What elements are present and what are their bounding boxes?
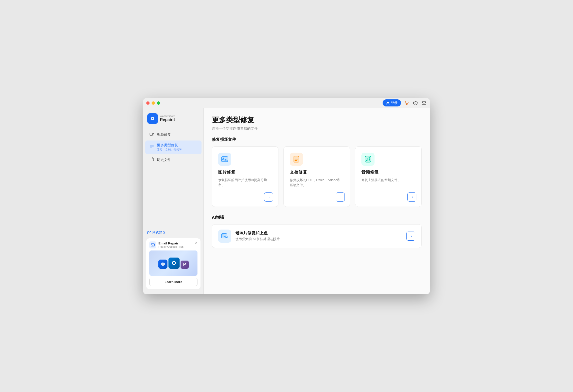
section-repair-title: 修复损坏文件 <box>212 137 422 142</box>
sidebar: Wondershare Repairit 视频修复 <box>143 108 204 294</box>
audio-repair-card-icon <box>361 153 375 166</box>
app-logo-icon <box>147 113 158 124</box>
doc-repair-arrow-button[interactable]: → <box>336 192 345 202</box>
minimize-button[interactable] <box>152 101 155 105</box>
sidebar-item-more-repair[interactable]: 更多类型修复 照片、文档、音频等 <box>145 141 202 154</box>
audio-repair-card[interactable]: 音频修复 修复主流格式的音频文件。 → <box>355 146 422 207</box>
titlebar: 登录 <box>143 98 430 108</box>
image-repair-card[interactable]: 图片修复 修复损坏的图片并使用AI提高分辨率。 → <box>212 146 278 207</box>
svg-point-2 <box>408 104 408 105</box>
svg-point-25 <box>366 160 367 161</box>
mail-icon[interactable] <box>421 100 427 106</box>
svg-point-0 <box>387 102 389 103</box>
svg-point-16 <box>223 157 224 159</box>
old-photo-repair-title: 老照片修复和上色 <box>235 231 402 236</box>
cart-icon[interactable] <box>404 100 410 106</box>
close-button[interactable] <box>146 101 150 105</box>
svg-rect-12 <box>150 158 154 161</box>
main-layout: Wondershare Repairit 视频修复 <box>143 108 430 294</box>
nav-item-text-video: 视频修复 <box>157 132 171 137</box>
format-suggestion-link[interactable]: 格式建议 <box>146 229 200 236</box>
brand-name: Wondershare <box>160 115 175 118</box>
doc-repair-card-icon <box>290 153 303 166</box>
traffic-lights <box>146 101 160 105</box>
page-subtitle: 选择一个功能以修复您的文件 <box>212 126 422 131</box>
nav-item-text-more: 更多类型修复 照片、文档、音频等 <box>157 143 182 152</box>
support-icon[interactable] <box>413 100 418 106</box>
sidebar-bottom: 格式建议 ✕ Email Repair <box>143 227 204 291</box>
old-photo-repair-card[interactable]: AI 老照片修复和上色 使用强大的 AI 算法处理老照片 → <box>212 224 422 248</box>
user-icon <box>386 101 390 105</box>
app-logo-text: Wondershare Repairit <box>160 115 175 122</box>
svg-point-7 <box>152 118 153 119</box>
login-button[interactable]: 登录 <box>383 99 401 106</box>
svg-rect-8 <box>150 133 153 135</box>
ai-section: AI增强 AI 老照片修复和上色 使用 <box>212 215 422 248</box>
svg-point-4 <box>415 104 416 104</box>
doc-repair-card[interactable]: 文档修复 修复损坏的PDF，Office，Adobe和压缩文件。 → <box>283 146 350 207</box>
content-area: 更多类型修复 选择一个功能以修复您的文件 修复损坏文件 <box>204 108 430 294</box>
section-ai-title: AI增强 <box>212 215 422 220</box>
promo-text: Email Repair Repair Outlook Files <box>158 241 184 248</box>
svg-point-26 <box>369 159 370 160</box>
old-photo-repair-icon: AI <box>218 230 231 243</box>
svg-point-1 <box>406 104 407 105</box>
learn-more-button[interactable]: Learn More <box>149 278 197 286</box>
extra-cube-icon: P <box>181 261 189 269</box>
audio-repair-card-title: 音频修复 <box>361 169 415 175</box>
svg-rect-23 <box>365 156 371 162</box>
promo-image: O P <box>149 250 197 276</box>
sidebar-item-video-repair[interactable]: 视频修复 <box>145 129 202 140</box>
sidebar-item-history[interactable]: 历史文件 <box>145 155 202 165</box>
svg-point-29 <box>222 234 223 235</box>
promo-header: Email Repair Repair Outlook Files <box>149 241 197 248</box>
maximize-button[interactable] <box>157 101 160 105</box>
old-photo-repair-arrow-button[interactable]: → <box>406 232 415 241</box>
history-icon <box>149 157 154 163</box>
promo-card: ✕ Email Repair Repair Outlook Files <box>146 238 200 289</box>
promo-close-button[interactable]: ✕ <box>194 240 198 245</box>
video-icon <box>149 132 154 137</box>
svg-text:AI: AI <box>226 236 228 238</box>
doc-repair-card-title: 文档修复 <box>290 169 344 175</box>
audio-repair-arrow-button[interactable]: → <box>407 192 416 202</box>
app-window: 登录 <box>143 98 430 294</box>
old-photo-repair-text: 老照片修复和上色 使用强大的 AI 算法处理老照片 <box>235 231 402 241</box>
page-title: 更多类型修复 <box>212 115 422 125</box>
image-repair-arrow-button[interactable]: → <box>264 192 273 202</box>
list-icon <box>149 145 154 150</box>
external-link-icon <box>147 231 151 234</box>
svg-rect-5 <box>422 102 426 104</box>
nav-item-text-history: 历史文件 <box>157 158 171 162</box>
titlebar-right: 登录 <box>383 99 427 106</box>
email-repair-icon <box>149 241 156 248</box>
old-photo-repair-desc: 使用强大的 AI 算法处理老照片 <box>235 237 402 241</box>
app-name: Repairit <box>160 118 175 122</box>
outlook-cube-icon: O <box>168 258 180 269</box>
image-repair-card-title: 图片修复 <box>218 169 272 175</box>
repair-cards-grid: 图片修复 修复损坏的图片并使用AI提高分辨率。 → <box>212 146 422 207</box>
image-repair-card-icon <box>218 153 231 166</box>
repairit-cube-icon <box>158 260 167 269</box>
sidebar-logo: Wondershare Repairit <box>143 111 204 128</box>
sidebar-nav: 视频修复 更多类型修复 照片、文档、音频等 <box>143 128 204 227</box>
